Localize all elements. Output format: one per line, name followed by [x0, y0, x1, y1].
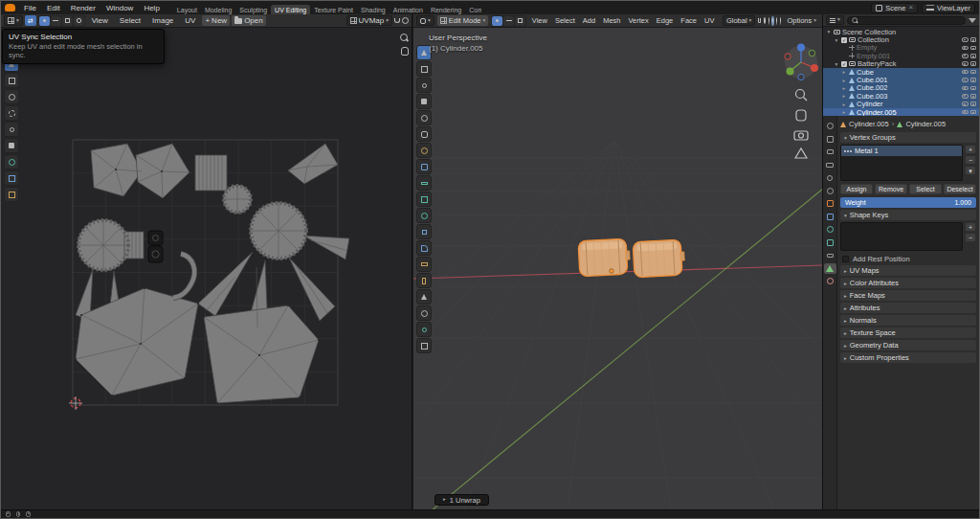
remove-shape-key-button[interactable]: −: [965, 233, 976, 242]
disclosure-icon[interactable]: ▾: [834, 61, 839, 67]
workspace-tab-uv-editing[interactable]: UV Editing: [271, 5, 310, 14]
hide-viewport-icon[interactable]: [962, 86, 969, 91]
outliner-search-input[interactable]: [847, 16, 966, 25]
pan-hand-icon[interactable]: [401, 47, 409, 56]
tab-particles[interactable]: [824, 224, 836, 235]
uv-editor-type-button[interactable]: ▾: [4, 15, 23, 26]
vertex-group-item[interactable]: Metal 1: [841, 146, 962, 156]
tool-annotate[interactable]: [416, 159, 432, 174]
vp-menu-uv[interactable]: UV: [702, 16, 716, 25]
disclosure-icon[interactable]: ▸: [841, 93, 847, 99]
uv-menu-image[interactable]: Image: [147, 16, 178, 25]
tool-transform[interactable]: [416, 143, 432, 158]
breadcrumb-data-name[interactable]: Cylinder.005: [905, 120, 946, 128]
workspace-tab-sculpting[interactable]: Sculpting: [235, 5, 271, 14]
tool-move[interactable]: [416, 94, 432, 109]
uv-menu-select[interactable]: Select: [115, 16, 145, 25]
disable-render-icon[interactable]: [970, 78, 977, 82]
tool-spin[interactable]: [416, 305, 432, 321]
tool-select-box[interactable]: [416, 61, 432, 77]
hide-viewport-icon[interactable]: [962, 37, 969, 42]
outliner-row-scene-collection[interactable]: ▾ Scene Collection: [823, 28, 979, 35]
disclosure-icon[interactable]: ▾: [834, 37, 839, 43]
tool-shear[interactable]: [416, 338, 432, 353]
hide-viewport-icon[interactable]: [962, 61, 969, 66]
section-texture-space[interactable]: ▸ Texture Space: [840, 327, 976, 338]
remove-button[interactable]: Remove: [875, 184, 907, 194]
vp-menu-vertex[interactable]: Vertex: [626, 16, 651, 25]
uv-select-vertex-button[interactable]: [39, 16, 50, 26]
uv-tool-select-box[interactable]: [4, 73, 19, 88]
zoom-icon[interactable]: [400, 34, 409, 42]
tool-bevel[interactable]: [416, 240, 432, 256]
section-normals[interactable]: ▸ Normals: [840, 315, 976, 326]
section-shape-keys[interactable]: ▾ Shape Keys: [840, 210, 976, 220]
deselect-button[interactable]: Deselect: [944, 184, 976, 194]
disable-render-icon[interactable]: [970, 54, 977, 58]
uv-tool-rotate[interactable]: [4, 154, 19, 169]
proportional-edit-icon[interactable]: [764, 17, 767, 24]
workspace-tab-rendering[interactable]: Rendering: [427, 5, 465, 14]
uv-snap-icon[interactable]: [394, 18, 400, 23]
uv-select-edge-button[interactable]: [51, 16, 61, 26]
uv-tool-transform[interactable]: [4, 187, 19, 202]
vp-menu-mesh[interactable]: Mesh: [601, 16, 623, 25]
viewport-canvas[interactable]: User Perspective (1) Cylinder.005: [413, 28, 822, 509]
outliner-row-cylinder[interactable]: ▸ Cylinder: [823, 101, 979, 108]
view-layer-selector[interactable]: ViewLayer: [922, 3, 975, 13]
operator-panel[interactable]: ▸ 1 Unwrap: [434, 494, 489, 506]
hide-viewport-icon[interactable]: [962, 70, 969, 75]
outliner-row-cube[interactable]: ▸ Cube: [823, 68, 979, 76]
section-face-maps[interactable]: ▸ Face Maps: [840, 290, 976, 301]
tab-material[interactable]: [824, 276, 836, 286]
shading-wireframe-icon[interactable]: [768, 17, 769, 25]
shading-material-icon[interactable]: [776, 17, 777, 25]
scene-graphic[interactable]: [413, 28, 822, 509]
disable-render-icon[interactable]: [970, 102, 977, 106]
uv-tool-select-circle[interactable]: [4, 89, 19, 104]
outliner-row-empty[interactable]: Empty: [823, 44, 979, 52]
uv-sync-selection-toggle[interactable]: ⇄: [25, 15, 36, 26]
hide-viewport-icon[interactable]: [962, 54, 969, 58]
disclosure-icon[interactable]: ▸: [841, 78, 847, 83]
disclosure-icon[interactable]: ▸: [841, 69, 847, 75]
vp-menu-add[interactable]: Add: [580, 16, 597, 25]
tool-scale[interactable]: [416, 126, 432, 142]
section-custom-properties[interactable]: ▸ Custom Properties: [840, 352, 976, 363]
tool-rotate[interactable]: [416, 110, 432, 125]
workspace-tab-modeling[interactable]: Modeling: [201, 5, 235, 14]
section-vertex-groups[interactable]: ▾ Vertex Groups: [840, 132, 976, 143]
tool-cursor[interactable]: [416, 78, 432, 93]
tab-view-layer[interactable]: [824, 160, 836, 170]
uv-tool-cursor[interactable]: [4, 122, 19, 137]
menu-render[interactable]: Render: [66, 4, 100, 12]
uv-tool-move[interactable]: [4, 138, 19, 153]
disable-render-icon[interactable]: [970, 37, 977, 42]
image-open-button[interactable]: Open: [232, 15, 266, 26]
uv-islands-graphic[interactable]: [1, 28, 412, 509]
vertex-mode-button[interactable]: [492, 16, 502, 26]
outliner-row-batterypack[interactable]: ▾ ✓ BatteryPack: [823, 60, 979, 68]
snap-icon[interactable]: [758, 18, 760, 23]
tool-extrude[interactable]: [416, 208, 432, 223]
disclosure-icon[interactable]: ▾: [826, 29, 832, 34]
shape-keys-list[interactable]: [840, 222, 963, 251]
hide-viewport-icon[interactable]: [962, 94, 969, 99]
outliner-editor-type-button[interactable]: ▾: [826, 15, 844, 25]
tool-knife[interactable]: [416, 273, 432, 288]
image-new-button[interactable]: + New: [202, 15, 230, 26]
vp-menu-select[interactable]: Select: [552, 16, 577, 25]
vp-menu-edge[interactable]: Edge: [654, 16, 676, 25]
outliner-row-cube-001[interactable]: ▸ Cube.001: [823, 76, 979, 83]
blender-logo-icon[interactable]: [5, 4, 15, 11]
uv-menu-uv[interactable]: UV: [180, 16, 200, 25]
outliner-row-empty-001[interactable]: Empty.001: [823, 52, 979, 59]
menu-file[interactable]: File: [19, 4, 41, 12]
add-shape-key-button[interactable]: +: [965, 222, 976, 232]
collection-checkbox[interactable]: ✓: [841, 37, 847, 43]
menu-help[interactable]: Help: [139, 4, 164, 12]
uv-proportional-edit-icon[interactable]: [402, 17, 409, 24]
tool-smooth[interactable]: [416, 322, 432, 337]
hide-viewport-icon[interactable]: [962, 102, 969, 106]
disable-render-icon[interactable]: [970, 46, 977, 51]
